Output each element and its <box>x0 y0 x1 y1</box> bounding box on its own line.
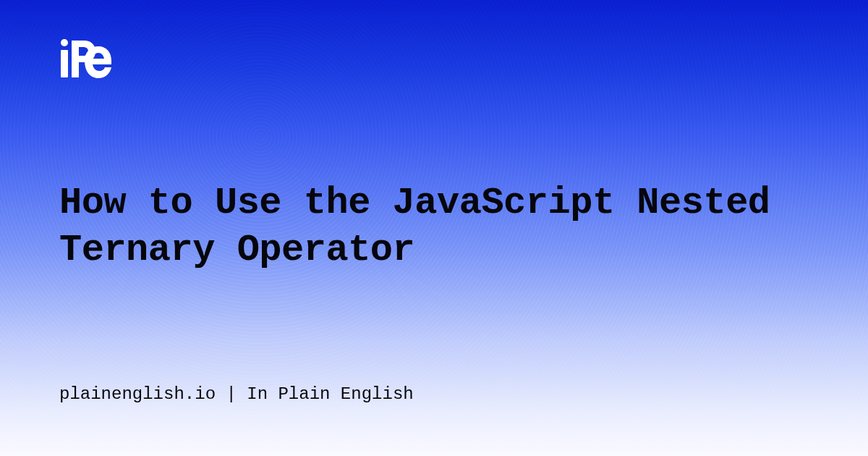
svg-rect-1 <box>61 50 68 77</box>
pe-logo <box>59 38 113 82</box>
pe-logo-icon <box>59 38 113 78</box>
page-title: How to Use the JavaScript Nested Ternary… <box>59 180 809 274</box>
svg-point-0 <box>61 39 68 46</box>
footer-text: plainenglish.io | In Plain English <box>59 384 414 404</box>
